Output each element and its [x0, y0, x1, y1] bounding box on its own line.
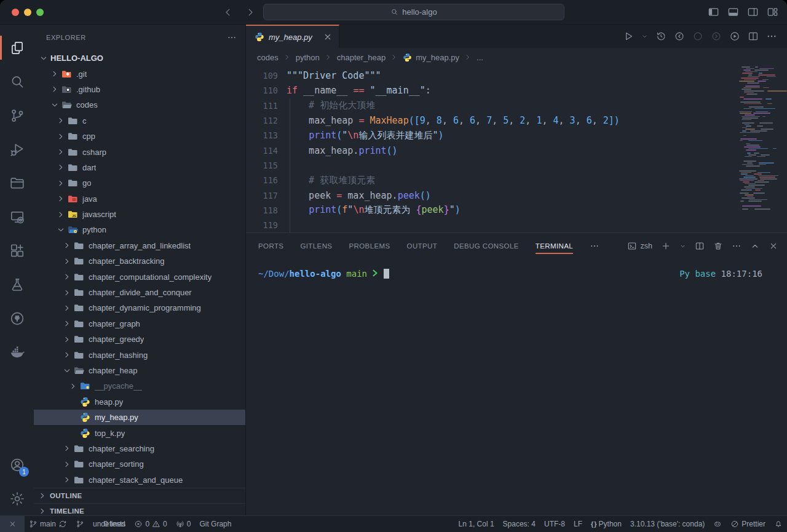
- status-eol[interactable]: LF: [569, 516, 587, 532]
- panel-tab-ports[interactable]: PORTS: [258, 233, 283, 259]
- activity-item-github[interactable]: [0, 301, 34, 335]
- tab-my-heap-py[interactable]: my_heap.py: [246, 25, 339, 48]
- tree-folder-go[interactable]: go: [34, 175, 245, 191]
- panel-tab-problems[interactable]: PROBLEMS: [349, 233, 390, 259]
- breadcrumb-item-codes[interactable]: codes: [257, 53, 279, 62]
- status-gitlens-compare[interactable]: [71, 516, 89, 532]
- status-python-interpreter[interactable]: 3.10.13 ('base': conda): [626, 516, 709, 532]
- status-git-branch[interactable]: main: [25, 516, 71, 532]
- toggle-secondary-sidebar-button[interactable]: [747, 6, 759, 18]
- tree-folder-chapter-graph[interactable]: chapter_graph: [34, 316, 245, 332]
- new-terminal-button[interactable]: [661, 241, 671, 251]
- activity-item-run-and-debug[interactable]: [0, 132, 34, 166]
- zoom-window-button[interactable]: [36, 9, 44, 16]
- status-indentation[interactable]: Spaces: 4: [499, 516, 540, 532]
- tree-folder-c[interactable]: c: [34, 113, 245, 129]
- panel-tab-gitlens[interactable]: GITLENS: [300, 233, 332, 259]
- tree-folder-chapter-heap[interactable]: chapter_heap: [34, 363, 245, 378]
- tree-folder-chapter-stack-and-queue[interactable]: chapter_stack_and_queue: [34, 472, 245, 488]
- toggle-panel-button[interactable]: [727, 6, 739, 18]
- tree-folder-chapter-searching[interactable]: chapter_searching: [34, 441, 245, 456]
- activity-item-settings[interactable]: [0, 482, 34, 515]
- status-ports[interactable]: 0: [172, 516, 196, 532]
- more-panel-actions-button[interactable]: [732, 241, 742, 251]
- terminal-shell-button[interactable]: zsh: [627, 241, 652, 251]
- command-center-search[interactable]: hello-algo: [263, 4, 564, 20]
- tree-folder-javascript[interactable]: JSjavascript: [34, 207, 245, 222]
- file-history-button[interactable]: [655, 31, 666, 42]
- tree-folder-chapter-greedy[interactable]: chapter_greedy: [34, 332, 245, 347]
- previous-change-button[interactable]: [674, 31, 685, 42]
- tree-folder-chapter-dynamic-programming[interactable]: chapter_dynamic_programming: [34, 300, 245, 316]
- tree-folder--pycache-[interactable]: __pycache__: [34, 378, 245, 394]
- tree-folder-cpp[interactable]: cpp: [34, 129, 245, 144]
- panel-tab-debug-console[interactable]: DEBUG CONSOLE: [454, 233, 519, 259]
- status-remote-indicator[interactable]: [0, 516, 25, 532]
- tree-file-heap-py[interactable]: heap.py: [34, 394, 245, 410]
- more-actions-icon[interactable]: [227, 33, 237, 42]
- run-profile-button[interactable]: [729, 31, 740, 42]
- tree-folder-java[interactable]: java: [34, 191, 245, 207]
- activity-item-docker[interactable]: [0, 335, 34, 369]
- tree-folder-dart[interactable]: dart: [34, 160, 245, 175]
- close-window-button[interactable]: [12, 9, 19, 16]
- section-outline[interactable]: OUTLINE: [34, 488, 245, 503]
- breadcrumb-item-my-heap-py[interactable]: my_heap.py: [403, 53, 459, 62]
- tree-folder-chapter-computational-complexity[interactable]: chapter_computational_complexity: [34, 269, 245, 284]
- activity-item-extensions[interactable]: [0, 234, 34, 268]
- maximize-panel-button[interactable]: [750, 241, 760, 251]
- status-problems[interactable]: 00: [130, 516, 171, 532]
- status-notifications[interactable]: [770, 516, 787, 532]
- activity-item-accounts[interactable]: 1: [0, 448, 34, 482]
- run-options-dropdown-button[interactable]: [641, 31, 648, 42]
- split-editor-button[interactable]: [748, 31, 759, 42]
- minimize-window-button[interactable]: [24, 9, 31, 16]
- toggle-primary-sidebar-button[interactable]: [708, 6, 719, 18]
- breadcrumb-item--[interactable]: ...: [477, 53, 483, 62]
- status-tests[interactable]: undefined0 tests: [89, 516, 130, 532]
- next-change-button[interactable]: [711, 31, 722, 42]
- customize-layout-button[interactable]: [767, 6, 778, 18]
- status-prettier[interactable]: Prettier: [726, 516, 770, 532]
- activity-item-remote-explorer[interactable]: [0, 200, 34, 234]
- tree-folder--git[interactable]: .git: [34, 66, 245, 81]
- minimap[interactable]: [738, 66, 781, 214]
- activity-item-search[interactable]: [0, 65, 34, 98]
- tree-folder-chapter-hashing[interactable]: chapter_hashing: [34, 347, 245, 362]
- code-editor[interactable]: 109"""Driver Code"""110if __name__ == "_…: [246, 66, 787, 232]
- change-dim-1-button[interactable]: [692, 31, 703, 42]
- tree-folder-python[interactable]: python: [34, 222, 245, 237]
- terminal-content[interactable]: ~/Dow/hello-algo mainPy base 18:17:16: [246, 259, 787, 515]
- tree-folder-chapter-sorting[interactable]: chapter_sorting: [34, 456, 245, 472]
- breadcrumb-item-chapter-heap[interactable]: chapter_heap: [337, 53, 386, 62]
- tree-folder-chapter-divide-and-conquer[interactable]: chapter_divide_and_conquer: [34, 285, 245, 300]
- activity-item-source-control[interactable]: [0, 98, 34, 132]
- activity-item-project-manager[interactable]: [0, 166, 34, 200]
- tree-folder-hello-algo[interactable]: HELLO-ALGO: [34, 50, 245, 66]
- activity-item-explorer[interactable]: [0, 31, 34, 65]
- more-actions-button[interactable]: [766, 31, 777, 42]
- activity-item-testing[interactable]: [0, 268, 34, 301]
- tree-folder-chapter-array-and-linkedlist[interactable]: chapter_array_and_linkedlist: [34, 238, 245, 253]
- status-cursor-position[interactable]: Ln 1, Col 1: [454, 516, 499, 532]
- split-terminal-button[interactable]: [695, 241, 705, 251]
- tree-folder-chapter-backtracking[interactable]: chapter_backtracking: [34, 253, 245, 269]
- tree-file-my-heap-py[interactable]: my_heap.py: [34, 410, 245, 425]
- tree-folder--github[interactable]: .github: [34, 82, 245, 97]
- panel-tab-output[interactable]: OUTPUT: [407, 233, 438, 259]
- status-encoding[interactable]: UTF-8: [540, 516, 569, 532]
- status-copilot[interactable]: [709, 516, 726, 532]
- more-panel-tabs-icon[interactable]: [590, 241, 599, 251]
- tree-file-top-k-py[interactable]: top_k.py: [34, 425, 245, 440]
- close-icon[interactable]: [323, 32, 333, 42]
- status-language-mode[interactable]: { }Python: [587, 516, 626, 532]
- panel-tab-terminal[interactable]: TERMINAL: [536, 233, 573, 259]
- status-git-graph[interactable]: Git Graph: [195, 516, 235, 532]
- back-button[interactable]: [223, 7, 234, 18]
- breadcrumb-item-python[interactable]: python: [296, 53, 320, 62]
- close-panel-button[interactable]: [769, 241, 778, 251]
- kill-terminal-button[interactable]: [713, 241, 723, 251]
- run-python-file-button[interactable]: [623, 31, 634, 42]
- tree-folder-codes[interactable]: codes: [34, 97, 245, 113]
- forward-button[interactable]: [245, 7, 256, 18]
